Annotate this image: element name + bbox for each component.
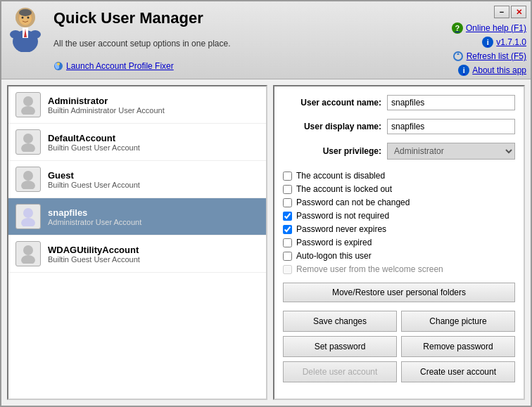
user-desc: Builtin Administrator User Account: [48, 106, 259, 115]
privilege-label: User privilege:: [283, 146, 381, 156]
launch-link-text: Launch Account Profile Fixer: [66, 61, 174, 71]
user-list-item[interactable]: Administrator Builtin Administrator User…: [8, 86, 266, 124]
app-subtitle: All the user account setup options in on…: [53, 39, 452, 49]
svg-point-16: [23, 96, 33, 106]
user-info: DefaultAccount Builtin Guest User Accoun…: [48, 133, 259, 152]
create_user-button[interactable]: Create user account: [401, 361, 515, 382]
checkbox-cb3[interactable]: [283, 198, 292, 207]
set_pwd-button[interactable]: Set password: [283, 336, 397, 357]
svg-point-19: [21, 143, 35, 152]
checkbox-row: Password is expired: [283, 238, 515, 247]
user-avatar: [15, 129, 41, 155]
user-desc: Builtin Guest User Account: [48, 143, 259, 152]
save-button[interactable]: Save changes: [283, 311, 397, 332]
refresh-link[interactable]: Refresh list (F5): [452, 51, 526, 62]
user-list-panel: Administrator Builtin Administrator User…: [7, 85, 267, 400]
checkbox-label: Password never expires: [296, 224, 386, 234]
online-help-link[interactable]: ? Online help (F1): [452, 22, 526, 34]
display-name-input[interactable]: [387, 119, 515, 134]
checkbox-cb1[interactable]: [283, 172, 292, 181]
user-desc: Administrator User Account: [48, 218, 259, 226]
move-restore-button[interactable]: Move/Restore user personal folders: [283, 283, 515, 302]
about-label: About this app: [472, 65, 526, 75]
checkbox-cb2[interactable]: [283, 185, 292, 194]
user-info: Guest Builtin Guest User Account: [48, 170, 259, 189]
user-list: Administrator Builtin Administrator User…: [8, 86, 266, 273]
launch-profile-fixer-link[interactable]: Launch Account Profile Fixer: [53, 61, 452, 71]
about-link[interactable]: i About this app: [458, 65, 526, 76]
checkbox-row: Password never expires: [283, 224, 515, 234]
checkbox-row: Password is not required: [283, 211, 515, 221]
account-name-input[interactable]: [387, 95, 515, 110]
user-info: Administrator Builtin Administrator User…: [48, 96, 259, 115]
user-list-item[interactable]: WDAGUtilityAccount Builtin Guest User Ac…: [8, 235, 266, 273]
checkbox-cb7[interactable]: [283, 252, 292, 261]
display-name-label: User display name:: [283, 122, 381, 131]
user-avatar-icon: [19, 244, 37, 264]
user-desc: Builtin Guest User Account: [48, 255, 259, 264]
user-list-item[interactable]: Guest Builtin Guest User Account: [8, 161, 266, 198]
svg-point-23: [21, 218, 35, 226]
user-name: DefaultAccount: [48, 133, 259, 143]
svg-point-17: [21, 106, 35, 115]
checkbox-cb5[interactable]: [283, 225, 292, 234]
checkbox-row: The account is disabled: [283, 171, 515, 181]
checkbox-label: Remove user from the welcome screen: [296, 264, 443, 274]
window-controls: − ✕: [494, 6, 526, 18]
checkbox-section: The account is disabledThe account is lo…: [283, 171, 515, 274]
checkbox-label: Password is not required: [296, 211, 389, 221]
user-avatar: [15, 204, 41, 229]
user-name: Administrator: [48, 96, 259, 106]
checkbox-row: Auto-logon this user: [283, 251, 515, 261]
checkbox-cb8: [283, 265, 292, 274]
account-name-label: User account name:: [283, 98, 381, 108]
title-links: ? Online help (F1) i v1.7.1.0 Refresh li…: [452, 22, 526, 76]
user-desc: Builtin Guest User Account: [48, 181, 259, 189]
checkbox-cb4[interactable]: [283, 212, 292, 221]
user-avatar: [15, 167, 41, 192]
minimize-button[interactable]: −: [494, 6, 509, 18]
user-list-item[interactable]: snapfiles Administrator User Account: [8, 198, 266, 235]
checkbox-row: Remove user from the welcome screen: [283, 264, 515, 274]
checkbox-cb6[interactable]: [283, 238, 292, 247]
privilege-select[interactable]: Administrator: [387, 143, 515, 160]
user-name: WDAGUtilityAccount: [48, 245, 259, 255]
title-bar-right: − ✕ ? Online help (F1) i v1.7.1.0 R: [452, 4, 526, 76]
launch-icon: [53, 61, 63, 71]
svg-point-18: [23, 134, 33, 143]
user-avatar-icon: [19, 207, 37, 226]
checkbox-label: Password can not be changed: [296, 198, 410, 207]
checkbox-label: Password is expired: [296, 238, 372, 247]
version-link[interactable]: i v1.7.1.0: [482, 37, 526, 48]
checkbox-label: Auto-logon this user: [296, 251, 372, 261]
change_pic-button[interactable]: Change picture: [401, 311, 515, 332]
delete_user-button: Delete user account: [283, 361, 397, 382]
svg-point-6: [27, 16, 30, 18]
title-bar: Quick User Manager All the user account …: [1, 1, 531, 79]
about-icon: i: [458, 65, 469, 76]
checkbox-label: The account is disabled: [296, 171, 385, 181]
version-label: v1.7.1.0: [496, 37, 526, 47]
user-name: snapfiles: [48, 207, 259, 218]
app-title: Quick User Manager: [53, 9, 452, 27]
main-window: Quick User Manager All the user account …: [0, 0, 532, 407]
user-list-item[interactable]: DefaultAccount Builtin Guest User Accoun…: [8, 124, 266, 161]
refresh-icon: [452, 51, 464, 62]
svg-point-24: [23, 245, 33, 255]
title-bar-center: Quick User Manager All the user account …: [53, 4, 452, 76]
app-logo-icon: [7, 6, 44, 52]
svg-point-11: [30, 30, 41, 39]
user-avatar-icon: [19, 95, 37, 115]
svg-point-5: [22, 16, 24, 18]
action-buttons-grid: Save changesChange pictureSet passwordRe…: [283, 311, 515, 382]
svg-point-20: [23, 171, 33, 181]
main-content: Administrator Builtin Administrator User…: [1, 79, 531, 406]
help-label: Online help (F1): [466, 23, 526, 33]
svg-point-25: [21, 255, 35, 264]
remove_pwd-button[interactable]: Remove password: [401, 336, 515, 357]
app-icon-area: [4, 4, 53, 76]
close-button[interactable]: ✕: [511, 6, 526, 18]
user-info: snapfiles Administrator User Account: [48, 207, 259, 226]
checkbox-label: The account is locked out: [296, 184, 392, 194]
user-name: Guest: [48, 170, 259, 181]
